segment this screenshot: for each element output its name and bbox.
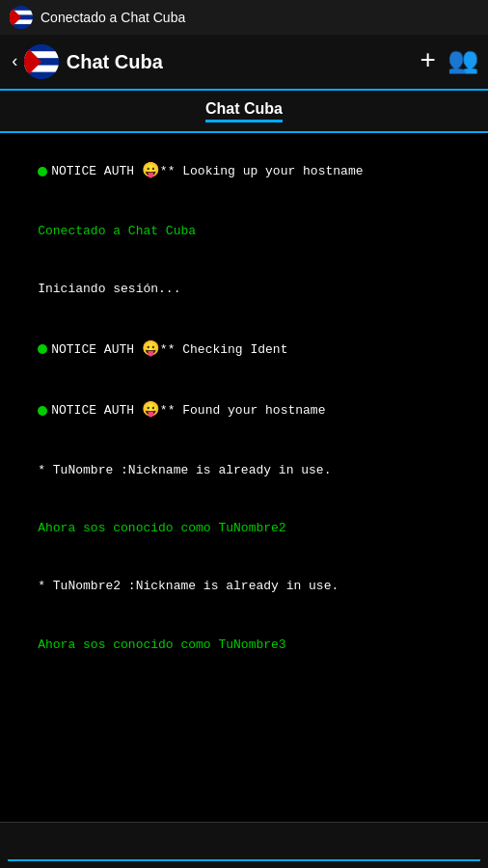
- nav-title: Chat Cuba: [67, 51, 420, 73]
- chat-line-3: Iniciando sesión...: [8, 260, 480, 318]
- chat-area: NOTICE AUTH 😛** Looking up your hostname…: [0, 133, 488, 822]
- chat-line-7: Ahora sos conocido como TuNombre2: [8, 500, 480, 557]
- chat-line-1: NOTICE AUTH 😛** Looking up your hostname: [8, 141, 480, 203]
- nav-icons: + 👥: [420, 48, 478, 75]
- nav-flag-icon: [24, 44, 59, 79]
- dot-icon-4: [38, 344, 47, 354]
- tab-bar: Chat Cuba: [0, 91, 488, 133]
- status-bar: Conectado a Chat Cuba: [0, 0, 488, 35]
- active-tab-label[interactable]: Chat Cuba: [205, 100, 283, 122]
- dot-icon-1: [38, 167, 47, 176]
- back-arrow-icon[interactable]: ‹: [10, 52, 20, 71]
- input-bar: [0, 822, 488, 868]
- chat-line-6: * TuNombre :Nickname is already in use.: [8, 441, 480, 499]
- chat-line-2: Conectado a Chat Cuba: [8, 203, 480, 260]
- chat-line-4: NOTICE AUTH 😛** Checking Ident: [8, 318, 480, 380]
- chat-line-8: * TuNombre2 :Nickname is already in use.: [8, 557, 480, 615]
- add-channel-button[interactable]: +: [420, 48, 436, 75]
- status-title: Conectado a Chat Cuba: [41, 10, 185, 25]
- users-button[interactable]: 👥: [447, 49, 478, 74]
- status-flag-icon: [10, 6, 33, 29]
- chat-line-9: Ahora sos conocido como TuNombre3: [8, 616, 480, 674]
- message-input[interactable]: [8, 830, 480, 861]
- nav-bar: ‹ Chat Cuba + 👥: [0, 35, 488, 91]
- dot-icon-5: [38, 406, 47, 416]
- chat-line-5: NOTICE AUTH 😛** Found your hostname: [8, 380, 480, 442]
